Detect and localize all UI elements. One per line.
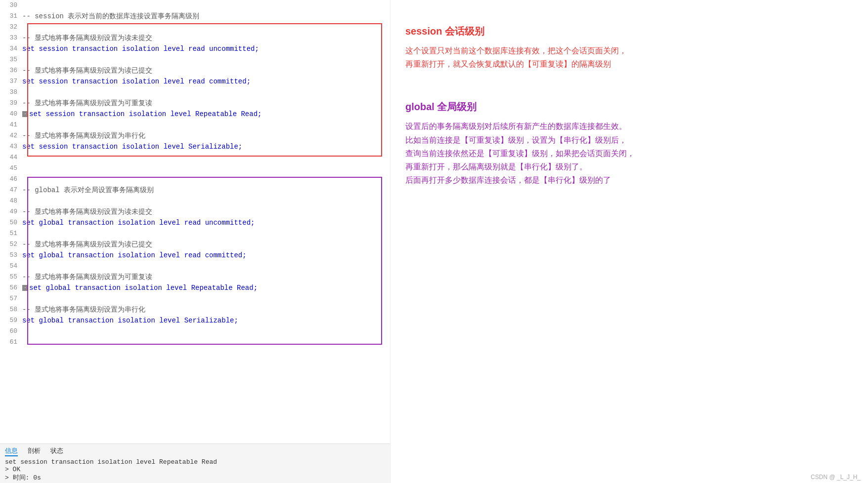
code-line: 30: [0, 0, 390, 11]
line-number: 59: [0, 315, 22, 326]
code-panel: 3031-- session 表示对当前的数据库连接设置事务隔离级别3233--…: [0, 0, 391, 483]
code-line: 48: [0, 196, 390, 206]
code-line: 53set global transaction isolation level…: [0, 250, 390, 261]
code-line: 33-- 显式地将事务隔离级别设置为读未提交: [0, 33, 390, 43]
line-number: 49: [0, 206, 22, 217]
line-number: 44: [0, 152, 22, 163]
status-tab[interactable]: 剖析: [28, 446, 41, 456]
line-number: 39: [0, 98, 22, 109]
line-content: -- session 表示对当前的数据库连接设置事务隔离级别: [22, 11, 390, 22]
line-content: -- 显式地将事务隔离级别设置为可重复读: [22, 98, 390, 109]
code-line: 49-- 显式地将事务隔离级别设置为读未提交: [0, 206, 390, 217]
expand-icon[interactable]: -: [22, 111, 28, 117]
status-tab[interactable]: 信息: [5, 446, 18, 456]
line-content: -- 显式地将事务隔离级别设置为读已提交: [22, 239, 390, 250]
code-line: 42-- 显式地将事务隔离级别设置为串行化: [0, 130, 390, 141]
global-annotation: global 全局级别 设置后的事务隔离级别对后续所有新产生的数据库连接都生效。…: [405, 100, 853, 187]
line-number: 41: [0, 120, 22, 130]
status-line: > 时间: 0s: [5, 473, 385, 482]
line-number: 57: [0, 293, 22, 304]
line-content: set global transaction isolation level r…: [22, 217, 390, 228]
code-line: 54: [0, 261, 390, 272]
code-line: 38: [0, 87, 390, 98]
line-content: set global transaction isolation level r…: [22, 250, 390, 261]
line-content: -- 显式地将事务隔离级别设置为串行化: [22, 304, 390, 315]
line-content: -- 显式地将事务隔离级别设置为读已提交: [22, 65, 390, 76]
code-line: 36-- 显式地将事务隔离级别设置为读已提交: [0, 65, 390, 76]
code-line: 31-- session 表示对当前的数据库连接设置事务隔离级别: [0, 11, 390, 22]
line-number: 35: [0, 54, 22, 65]
code-line: 32: [0, 22, 390, 33]
global-body-line: 再重新打开，那么隔离级别就是【串行化】级别了。: [405, 160, 853, 173]
code-line: 56-set global transaction isolation leve…: [0, 282, 390, 293]
code-line: 51: [0, 228, 390, 239]
line-number: 61: [0, 337, 22, 348]
session-body-line: 这个设置只对当前这个数据库连接有效，把这个会话页面关闭，: [405, 44, 853, 57]
code-line: 43set session transaction isolation leve…: [0, 141, 390, 152]
status-line: > OK: [5, 466, 385, 473]
code-line: 60: [0, 326, 390, 337]
line-content: -- global 表示对全局设置事务隔离级别: [22, 185, 390, 196]
line-content: set global transaction isolation level S…: [22, 315, 390, 326]
line-content: set session transaction isolation level …: [22, 141, 390, 152]
line-content: set session transaction isolation level …: [22, 76, 390, 87]
code-line: 61: [0, 337, 390, 348]
line-content: -- 显式地将事务隔离级别设置为读未提交: [22, 206, 390, 217]
session-body: 这个设置只对当前这个数据库连接有效，把这个会话页面关闭，再重新打开，就又会恢复成…: [405, 44, 853, 71]
line-number: 47: [0, 185, 22, 196]
line-number: 33: [0, 33, 22, 43]
line-number: 58: [0, 304, 22, 315]
line-number: 38: [0, 87, 22, 98]
status-content: set session transaction isolation level …: [5, 458, 385, 482]
line-number: 32: [0, 22, 22, 33]
code-line: 55-- 显式地将事务隔离级别设置为可重复读: [0, 272, 390, 282]
line-content: set session transaction isolation level …: [22, 43, 390, 54]
code-line: 39-- 显式地将事务隔离级别设置为可重复读: [0, 98, 390, 109]
line-content: -- 显式地将事务隔离级别设置为可重复读: [22, 272, 390, 282]
line-content: set global transaction isolation level R…: [29, 282, 390, 293]
global-body: 设置后的事务隔离级别对后续所有新产生的数据库连接都生效。比如当前连接是【可重复读…: [405, 120, 853, 187]
line-content: -- 显式地将事务隔离级别设置为读未提交: [22, 33, 390, 43]
line-number: 55: [0, 272, 22, 282]
line-number: 42: [0, 130, 22, 141]
status-tabs: 信息剖析状态: [5, 446, 385, 456]
global-body-line: 后面再打开多少数据库连接会话，都是【串行化】级别的了: [405, 173, 853, 187]
session-annotation: session 会话级别 这个设置只对当前这个数据库连接有效，把这个会话页面关闭…: [405, 25, 853, 71]
code-line: 58-- 显式地将事务隔离级别设置为串行化: [0, 304, 390, 315]
line-number: 60: [0, 326, 22, 337]
line-number: 53: [0, 250, 22, 261]
code-line: 52-- 显式地将事务隔离级别设置为读已提交: [0, 239, 390, 250]
line-number: 51: [0, 228, 22, 239]
status-tab[interactable]: 状态: [50, 446, 63, 456]
line-number: 54: [0, 261, 22, 272]
code-line: 40-set session transaction isolation lev…: [0, 109, 390, 120]
code-line: 41: [0, 120, 390, 130]
line-number: 45: [0, 163, 22, 174]
line-number: 50: [0, 217, 22, 228]
code-line: 45: [0, 163, 390, 174]
expand-icon[interactable]: -: [22, 285, 28, 291]
line-number: 30: [0, 0, 22, 11]
code-line: 47-- global 表示对全局设置事务隔离级别: [0, 185, 390, 196]
code-line: 44: [0, 152, 390, 163]
global-body-line: 查询当前连接依然还是【可重复读】级别，如果把会话页面关闭，: [405, 147, 853, 160]
code-line: 37set session transaction isolation leve…: [0, 76, 390, 87]
line-number: 36: [0, 65, 22, 76]
line-number: 34: [0, 43, 22, 54]
main-container: 3031-- session 表示对当前的数据库连接设置事务隔离级别3233--…: [0, 0, 868, 483]
code-line: 57: [0, 293, 390, 304]
line-number: 56: [0, 282, 22, 293]
code-line: 50set global transaction isolation level…: [0, 217, 390, 228]
line-number: 31: [0, 11, 22, 22]
line-number: 37: [0, 76, 22, 87]
code-line: 35: [0, 54, 390, 65]
code-lines: 3031-- session 表示对当前的数据库连接设置事务隔离级别3233--…: [0, 0, 390, 348]
annotation-panel: session 会话级别 这个设置只对当前这个数据库连接有效，把这个会话页面关闭…: [391, 0, 868, 483]
code-line: 34set session transaction isolation leve…: [0, 43, 390, 54]
global-body-line: 设置后的事务隔离级别对后续所有新产生的数据库连接都生效。: [405, 120, 853, 133]
watermark: CSDN @ _L_J_H_: [811, 474, 861, 481]
line-number: 48: [0, 196, 22, 206]
code-line: 46: [0, 174, 390, 185]
line-number: 43: [0, 141, 22, 152]
session-body-line: 再重新打开，就又会恢复成默认的【可重复读】的隔离级别: [405, 57, 853, 71]
